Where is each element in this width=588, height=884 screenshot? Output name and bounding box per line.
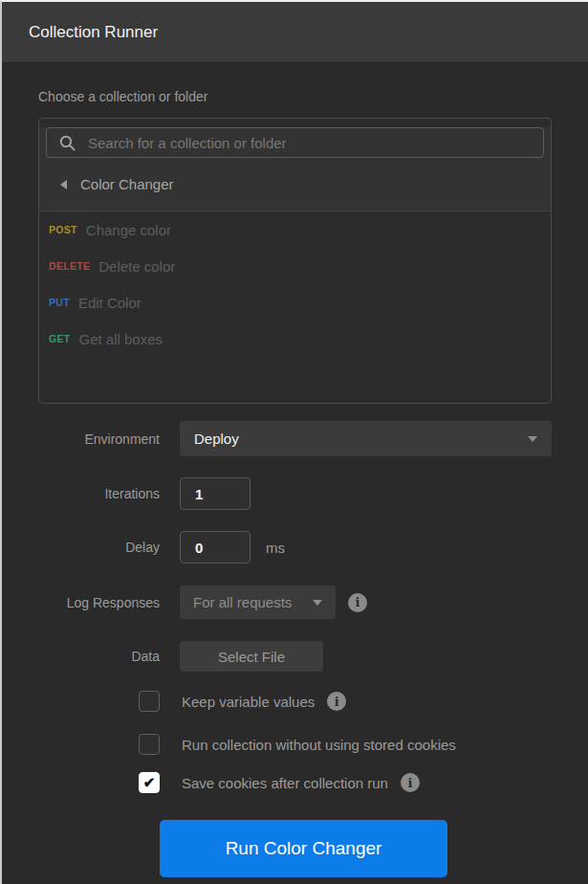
delay-value: 0 <box>195 540 203 556</box>
checkmark-icon: ✔ <box>143 774 156 791</box>
log-responses-value: For all requests <box>193 594 292 610</box>
save-cookies-checkbox[interactable]: ✔ <box>139 772 160 793</box>
method-badge: GET <box>49 333 71 344</box>
delay-input[interactable]: 0 <box>180 531 250 564</box>
save-cookies-info-icon[interactable]: i <box>401 773 420 792</box>
run-collection-button[interactable]: Run Color Changer <box>160 820 447 877</box>
method-badge: POST <box>49 224 77 235</box>
collection-back-row[interactable]: Color Changer <box>39 158 551 210</box>
request-name: Delete color <box>98 258 175 275</box>
iterations-label: Iterations <box>38 486 160 501</box>
search-icon <box>59 135 76 151</box>
environment-label: Environment <box>38 431 160 447</box>
list-item[interactable]: DELETE Delete color <box>39 248 551 284</box>
log-responses-info-icon[interactable]: i <box>348 593 367 612</box>
request-name: Get all boxes <box>79 331 163 347</box>
list-item[interactable]: PUT Edit Color <box>39 284 551 320</box>
delay-label: Delay <box>38 540 160 555</box>
search-placeholder-text: Search for a collection or folder <box>88 135 287 151</box>
picker-section-label: Choose a collection or folder <box>38 89 552 104</box>
collection-search-input[interactable]: Search for a collection or folder <box>46 127 544 158</box>
iterations-input[interactable]: 1 <box>180 477 250 510</box>
checkbox-label: Keep variable values <box>182 694 315 710</box>
checkbox-label: Run collection without using stored cook… <box>182 737 456 753</box>
method-badge: DELETE <box>49 260 90 272</box>
keep-variable-values-checkbox[interactable] <box>139 691 160 712</box>
keep-variable-values-info-icon[interactable]: i <box>327 692 346 711</box>
checkbox-label: Save cookies after collection run <box>182 775 388 791</box>
environment-dropdown[interactable]: Deploy <box>180 421 552 456</box>
delay-unit-label: ms <box>266 540 285 556</box>
collection-name: Color Changer <box>80 176 174 192</box>
method-badge: PUT <box>49 297 70 308</box>
environment-value: Deploy <box>194 431 239 447</box>
chevron-down-icon <box>313 600 322 606</box>
log-responses-dropdown[interactable]: For all requests <box>180 586 336 619</box>
list-item[interactable]: POST Change color <box>39 211 551 248</box>
iterations-value: 1 <box>195 486 203 502</box>
collection-runner-dialog: Collection Runner Choose a collection or… <box>0 0 588 884</box>
page-title: Collection Runner <box>29 23 158 42</box>
log-responses-label: Log Responses <box>38 595 160 610</box>
dialog-header: Collection Runner <box>2 2 588 63</box>
run-without-cookies-checkbox[interactable] <box>139 734 160 755</box>
list-item[interactable]: GET Get all boxes <box>39 320 551 357</box>
request-name: Change color <box>86 222 171 238</box>
data-label: Data <box>38 649 160 664</box>
select-file-button[interactable]: Select File <box>180 641 323 672</box>
request-name: Edit Color <box>78 295 142 311</box>
collection-picker-panel: Search for a collection or folder Color … <box>38 118 552 404</box>
chevron-down-icon <box>528 436 537 442</box>
request-list: POST Change color DELETE Delete color PU… <box>39 211 551 357</box>
back-arrow-icon[interactable] <box>60 180 67 189</box>
